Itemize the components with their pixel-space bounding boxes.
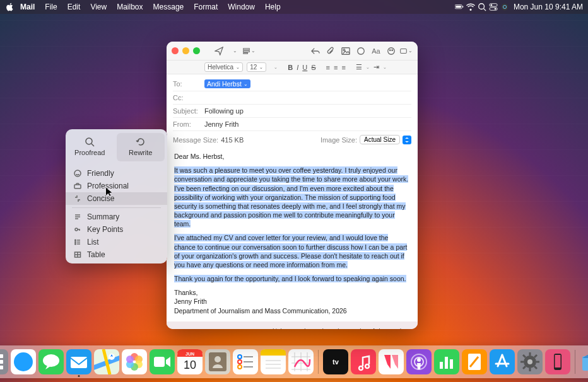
- format-keypoints[interactable]: Key Points: [66, 223, 167, 236]
- emoji-button[interactable]: [385, 45, 397, 57]
- writing-tools-button[interactable]: [355, 45, 367, 57]
- rewrite-button[interactable]: Rewrite: [117, 133, 165, 161]
- close-button[interactable]: [172, 47, 179, 54]
- dock-safari[interactable]: [10, 349, 37, 375]
- reply-button[interactable]: [309, 45, 322, 57]
- tone-concise[interactable]: Concise: [66, 192, 167, 205]
- menu-edit[interactable]: Edit: [62, 3, 86, 11]
- dock-photos[interactable]: [121, 349, 148, 375]
- tone-professional[interactable]: Professional: [66, 180, 167, 192]
- dock-launchpad[interactable]: [0, 349, 9, 375]
- control-center-icon[interactable]: [487, 3, 498, 12]
- app-name-menu[interactable]: Mail: [15, 3, 40, 11]
- dock-contacts[interactable]: [204, 349, 231, 375]
- menu-file[interactable]: File: [40, 3, 62, 11]
- message-body[interactable]: Dear Ms. Herbst, It was such a pleasure …: [167, 148, 418, 329]
- dock-reminders[interactable]: [232, 349, 259, 375]
- signature-line-3: Department of Journalism and Mass Commun…: [174, 306, 410, 315]
- list-button[interactable]: ☰: [356, 63, 362, 71]
- dock-numbers[interactable]: [433, 349, 460, 375]
- dock-messages[interactable]: [38, 349, 64, 375]
- format-list[interactable]: List: [66, 236, 167, 248]
- dock-appstore[interactable]: [489, 349, 515, 375]
- writing-tools-popover: Proofread Rewrite Friendly Professional …: [66, 129, 167, 263]
- minimize-button[interactable]: [182, 47, 189, 54]
- font-size-select[interactable]: 12⌄: [247, 62, 266, 72]
- menu-message[interactable]: Message: [148, 3, 189, 11]
- menu-mailbox[interactable]: Mailbox: [112, 3, 148, 11]
- search-icon[interactable]: [476, 3, 487, 12]
- key-icon: [73, 226, 82, 233]
- menu-view[interactable]: View: [85, 3, 112, 11]
- dock-pages[interactable]: [461, 349, 488, 375]
- battery-icon[interactable]: [453, 3, 464, 12]
- format-table[interactable]: Table: [66, 248, 167, 261]
- font-family-select[interactable]: Helvetica⌄: [204, 62, 243, 72]
- dock-maps[interactable]: [93, 349, 120, 375]
- dock-podcasts[interactable]: [406, 349, 432, 375]
- format-summary[interactable]: Summary: [66, 211, 167, 223]
- send-later-button[interactable]: ⌄: [228, 45, 240, 57]
- link-button[interactable]: ⌄: [400, 45, 413, 57]
- dock-downloads[interactable]: [579, 349, 588, 375]
- wifi-icon[interactable]: [464, 3, 476, 12]
- svg-point-15: [343, 49, 345, 50]
- svg-rect-53: [0, 366, 3, 369]
- menu-window[interactable]: Window: [223, 3, 260, 11]
- format-button[interactable]: Aa: [370, 45, 382, 57]
- siri-icon[interactable]: [498, 3, 510, 12]
- dock-mail[interactable]: [66, 349, 92, 375]
- subject-field[interactable]: Following up: [204, 107, 411, 115]
- dock-music[interactable]: [350, 349, 377, 375]
- svg-line-22: [91, 144, 94, 146]
- dock-settings[interactable]: [517, 349, 543, 375]
- svg-rect-70: [154, 357, 165, 367]
- window-titlebar: ⌄ ⌄ Aa ⌄: [167, 42, 418, 61]
- svg-rect-113: [490, 349, 515, 374]
- image-size-dropdown-icon[interactable]: [403, 136, 411, 144]
- recipient-token[interactable]: Andi Herbst⌄: [204, 79, 250, 88]
- italic-button[interactable]: I: [297, 64, 298, 71]
- proofread-button[interactable]: Proofread: [66, 133, 114, 161]
- attachment-preview[interactable]: JENNY FRITH I am a third-year student un…: [167, 321, 418, 329]
- dock-iphone-mirroring[interactable]: [544, 349, 571, 375]
- tone-friendly[interactable]: Friendly: [66, 167, 167, 180]
- svg-point-55: [14, 352, 33, 371]
- apple-menu[interactable]: [5, 3, 15, 12]
- strikethrough-button[interactable]: S: [311, 64, 315, 71]
- underline-button[interactable]: U: [302, 64, 307, 71]
- bold-button[interactable]: B: [288, 64, 293, 71]
- svg-rect-59: [71, 357, 87, 368]
- align-left-button[interactable]: ≡: [326, 64, 330, 71]
- bullet-list-icon: [73, 238, 82, 246]
- indent-button[interactable]: ⇥: [373, 63, 379, 71]
- dock-tv[interactable]: tv: [322, 349, 349, 375]
- svg-point-106: [417, 358, 421, 362]
- send-button[interactable]: [213, 45, 225, 57]
- dock-news[interactable]: [378, 349, 404, 375]
- lines-icon: [73, 213, 82, 221]
- dock-calendar[interactable]: JUN10: [177, 349, 203, 375]
- to-field[interactable]: Andi Herbst⌄: [204, 79, 411, 88]
- svg-point-21: [86, 138, 92, 144]
- header-fields-button[interactable]: ⌄: [243, 45, 256, 57]
- dock-notes[interactable]: [260, 349, 286, 375]
- svg-rect-1: [456, 6, 461, 8]
- menu-format[interactable]: Format: [189, 3, 223, 11]
- svg-rect-13: [244, 52, 248, 53]
- photo-browser-button[interactable]: [339, 45, 352, 57]
- menu-clock[interactable]: Mon Jun 10 9:41 AM: [510, 3, 583, 11]
- zoom-button[interactable]: [193, 47, 200, 54]
- attach-button[interactable]: [324, 45, 337, 57]
- menu-help[interactable]: Help: [260, 3, 286, 11]
- align-center-button[interactable]: ≡: [334, 64, 338, 71]
- from-label: From:: [173, 120, 204, 128]
- cc-label: Cc:: [173, 94, 204, 101]
- dock-facetime[interactable]: [149, 349, 175, 375]
- from-field[interactable]: Jenny Frith: [204, 120, 411, 128]
- align-right-button[interactable]: ≡: [341, 64, 345, 71]
- svg-rect-24: [74, 185, 81, 188]
- dock-freeform[interactable]: [288, 349, 314, 375]
- image-size-select[interactable]: Actual Size: [360, 135, 400, 144]
- svg-point-68: [126, 356, 134, 363]
